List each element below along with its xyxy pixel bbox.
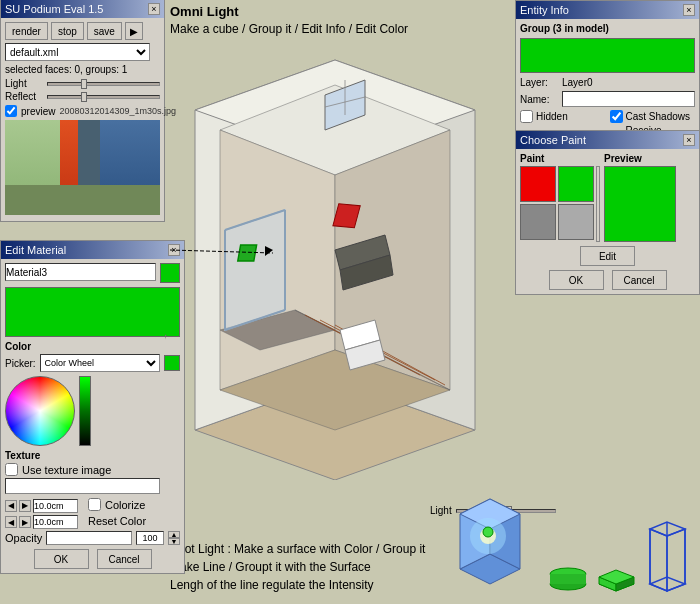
- use-texture-label: Use texture image: [22, 464, 111, 476]
- svg-rect-43: [550, 574, 586, 584]
- stop-button[interactable]: stop: [51, 22, 84, 40]
- size1-left-arrow[interactable]: ◀: [5, 500, 17, 512]
- reset-color-label: Reset Color: [88, 515, 146, 527]
- preview-label: preview: [21, 106, 55, 117]
- entity-name-row: Name:: [520, 91, 695, 107]
- light-slider[interactable]: [47, 82, 160, 86]
- preview-floor: [5, 185, 160, 215]
- paint-area: Paint: [520, 153, 600, 242]
- size1-input[interactable]: [33, 499, 78, 513]
- cp-edit-button[interactable]: Edit: [580, 246, 635, 266]
- svg-point-40: [483, 527, 493, 537]
- swatch-gray2[interactable]: [558, 204, 594, 240]
- main-title: Omni Light: [170, 4, 239, 19]
- edit-material-content: Color Picker: Color Wheel Texture Use te…: [1, 259, 184, 573]
- instruction-line3: Lengh of the line regulate the Intensity: [170, 576, 425, 594]
- swatch-green[interactable]: [558, 166, 594, 202]
- color-wheel-container: [5, 376, 180, 446]
- size2-left-arrow[interactable]: ◀: [5, 516, 17, 528]
- colorize-checkbox[interactable]: [88, 498, 101, 511]
- podium-controls-row: render stop save ▶: [5, 22, 160, 40]
- cast-shadows-checkbox[interactable]: [610, 110, 623, 123]
- color-wheel[interactable]: [5, 376, 75, 446]
- em-cancel-button[interactable]: Cancel: [97, 549, 152, 569]
- tall-box-diagram: [645, 514, 690, 594]
- podium-title: SU Podium Eval 1.5: [5, 3, 103, 15]
- em-ok-button[interactable]: OK: [34, 549, 89, 569]
- entity-name-input[interactable]: [562, 91, 695, 107]
- edit-material-title: Edit Material: [5, 244, 66, 256]
- cp-ok-button[interactable]: OK: [549, 270, 604, 290]
- paint-scrollbar[interactable]: [596, 166, 600, 242]
- square-diagram: [594, 549, 639, 594]
- hidden-label: Hidden: [536, 111, 568, 122]
- paint-swatches: [520, 166, 594, 240]
- room-viewport[interactable]: [165, 50, 505, 480]
- use-texture-checkbox[interactable]: [5, 463, 18, 476]
- material-name-input[interactable]: [5, 263, 156, 281]
- svg-rect-28: [238, 245, 257, 261]
- reflect-slider-thumb: [81, 92, 87, 102]
- entity-layer-row: Layer: Layer0: [520, 77, 695, 88]
- opacity-label: Opacity: [5, 532, 42, 544]
- entity-close-button[interactable]: ×: [683, 4, 695, 16]
- choose-paint-content: Paint Preview Edit OK: [516, 149, 699, 294]
- xml-select[interactable]: default.xml: [5, 43, 150, 61]
- podium-close-button[interactable]: ×: [148, 3, 160, 15]
- picker-row: Picker: Color Wheel: [5, 354, 180, 372]
- reflect-slider-row: Reflect: [5, 91, 160, 102]
- size-row-2: ◀ ▶ Reset Color: [5, 515, 180, 529]
- preview-filename: 20080312014309_1m30s.jpg: [59, 106, 176, 116]
- svg-marker-49: [650, 529, 667, 591]
- em-button-row: OK Cancel: [5, 549, 180, 569]
- save-button[interactable]: save: [87, 22, 122, 40]
- bottom-instructions: Spot Light : Make a surface with Color /…: [170, 540, 425, 594]
- texture-path-input[interactable]: [5, 478, 160, 494]
- choose-paint-titlebar: Choose Paint ×: [516, 131, 699, 149]
- paint-preview-big: [604, 166, 676, 242]
- preview-col-label: Preview: [604, 153, 695, 164]
- render-button[interactable]: render: [5, 22, 48, 40]
- play-button[interactable]: ▶: [125, 22, 143, 40]
- bottom-diagrams: [440, 494, 690, 594]
- swatch-red[interactable]: [520, 166, 556, 202]
- cast-shadows-row: Cast Shadows: [610, 110, 696, 123]
- podium-panel: SU Podium Eval 1.5 × render stop save ▶ …: [0, 0, 165, 222]
- preview-checkbox[interactable]: [5, 105, 17, 117]
- shape-diagrams: [548, 514, 690, 594]
- instruction-line1: Spot Light : Make a surface with Color /…: [170, 540, 425, 558]
- size2-input[interactable]: [33, 515, 78, 529]
- opacity-slider[interactable]: [46, 531, 132, 545]
- swatch-gray1[interactable]: [520, 204, 556, 240]
- opacity-spinner: ▲ ▼: [168, 531, 180, 545]
- entity-group-label: Group (3 in model): [520, 23, 695, 34]
- svg-rect-15: [165, 335, 166, 345]
- preview-image: [5, 120, 160, 215]
- size-row-1: ◀ ▶ Colorize: [5, 498, 180, 513]
- picker-label: Picker:: [5, 358, 36, 369]
- picker-select[interactable]: Color Wheel: [40, 354, 160, 372]
- color-brightness-bar[interactable]: [79, 376, 91, 446]
- choose-paint-close-button[interactable]: ×: [683, 134, 695, 146]
- cp-cancel-button[interactable]: Cancel: [612, 270, 667, 290]
- colorize-label: Colorize: [105, 499, 145, 511]
- hidden-checkbox[interactable]: [520, 110, 533, 123]
- entity-name-label: Name:: [520, 94, 558, 105]
- preview-row: preview 20080312014309_1m30s.jpg: [5, 105, 160, 117]
- size2-right-arrow[interactable]: ▶: [19, 516, 31, 528]
- opacity-spin-down[interactable]: ▼: [168, 538, 180, 545]
- opacity-row: Opacity ▲ ▼: [5, 531, 180, 545]
- opacity-input[interactable]: [136, 531, 164, 545]
- colorize-row: Colorize: [88, 498, 145, 511]
- opacity-spin-up[interactable]: ▲: [168, 531, 180, 538]
- light-label: Light: [5, 78, 43, 89]
- reflect-slider[interactable]: [47, 95, 160, 99]
- reset-color-row: Reset Color: [88, 515, 146, 527]
- size1-right-arrow[interactable]: ▶: [19, 500, 31, 512]
- texture-section-label: Texture: [5, 450, 180, 461]
- reflect-label: Reflect: [5, 91, 43, 102]
- texture-section: Texture Use texture image: [5, 450, 180, 494]
- oval-diagram: [548, 554, 588, 594]
- subtitle: Make a cube / Group it / Edit Info / Edi…: [170, 22, 408, 36]
- room-svg: [165, 50, 505, 480]
